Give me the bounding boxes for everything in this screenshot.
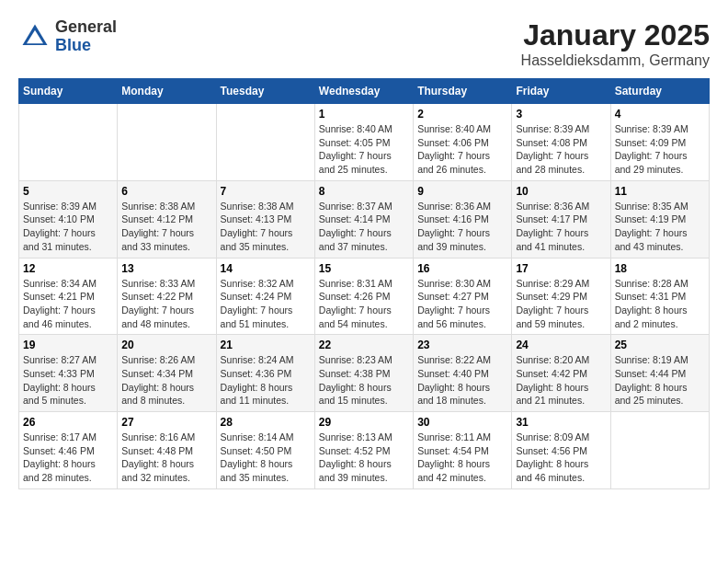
cell-content: Sunrise: 8:32 AMSunset: 4:24 PMDaylight:…	[221, 277, 311, 331]
cell-content: Sunrise: 8:20 AMSunset: 4:42 PMDaylight:…	[516, 353, 606, 408]
day-number: 27	[121, 416, 211, 429]
cell-content: Sunrise: 8:13 AMSunset: 4:52 PMDaylight:…	[319, 431, 409, 485]
table-cell: 15Sunrise: 8:31 AMSunset: 4:26 PMDayligh…	[314, 258, 413, 335]
cell-content: Sunrise: 8:14 AMSunset: 4:50 PMDaylight:…	[221, 431, 311, 485]
cell-content: Sunrise: 8:29 AMSunset: 4:29 PMDaylight:…	[516, 277, 606, 331]
cell-content: Sunrise: 8:17 AMSunset: 4:46 PMDaylight:…	[23, 431, 113, 485]
weekday-header-monday: Monday	[118, 79, 216, 104]
cell-content: Sunrise: 8:23 AMSunset: 4:38 PMDaylight:…	[319, 353, 409, 408]
weekday-header-tuesday: Tuesday	[216, 79, 314, 104]
cell-content: Sunrise: 8:16 AMSunset: 4:48 PMDaylight:…	[121, 431, 211, 485]
table-cell: 17Sunrise: 8:29 AMSunset: 4:29 PMDayligh…	[512, 258, 610, 335]
weekday-header-friday: Friday	[512, 79, 610, 104]
table-cell: 10Sunrise: 8:36 AMSunset: 4:17 PMDayligh…	[512, 180, 610, 258]
table-cell: 2Sunrise: 8:40 AMSunset: 4:06 PMDaylight…	[414, 104, 512, 181]
table-cell: 22Sunrise: 8:23 AMSunset: 4:38 PMDayligh…	[314, 335, 413, 412]
table-cell: 3Sunrise: 8:39 AMSunset: 4:08 PMDaylight…	[512, 104, 610, 181]
table-cell: 4Sunrise: 8:39 AMSunset: 4:09 PMDaylight…	[610, 104, 709, 181]
day-number: 2	[417, 108, 507, 121]
day-number: 24	[516, 339, 606, 351]
week-row-1: 1Sunrise: 8:40 AMSunset: 4:05 PMDaylight…	[19, 104, 710, 181]
weekday-header-row: SundayMondayTuesdayWednesdayThursdayFrid…	[19, 79, 710, 104]
table-cell: 21Sunrise: 8:24 AMSunset: 4:36 PMDayligh…	[216, 335, 314, 412]
cell-content: Sunrise: 8:26 AMSunset: 4:34 PMDaylight:…	[121, 353, 211, 408]
table-cell: 7Sunrise: 8:38 AMSunset: 4:13 PMDaylight…	[216, 180, 314, 258]
month-title: January 2025	[521, 18, 710, 52]
day-number: 21	[221, 339, 311, 351]
day-number: 13	[121, 262, 211, 275]
table-cell: 28Sunrise: 8:14 AMSunset: 4:50 PMDayligh…	[216, 412, 314, 489]
day-number: 11	[615, 185, 705, 198]
table-cell: 27Sunrise: 8:16 AMSunset: 4:48 PMDayligh…	[118, 412, 216, 489]
day-number: 14	[221, 262, 311, 275]
cell-content: Sunrise: 8:37 AMSunset: 4:14 PMDaylight:…	[319, 200, 409, 254]
table-cell	[118, 104, 216, 181]
week-row-4: 19Sunrise: 8:27 AMSunset: 4:33 PMDayligh…	[19, 335, 710, 412]
cell-content: Sunrise: 8:38 AMSunset: 4:13 PMDaylight:…	[221, 200, 311, 254]
table-cell: 23Sunrise: 8:22 AMSunset: 4:40 PMDayligh…	[414, 335, 512, 412]
week-row-3: 12Sunrise: 8:34 AMSunset: 4:21 PMDayligh…	[19, 258, 710, 335]
logo-blue: Blue	[55, 37, 117, 55]
day-number: 22	[319, 339, 409, 351]
day-number: 16	[417, 262, 507, 275]
cell-content: Sunrise: 8:11 AMSunset: 4:54 PMDaylight:…	[417, 431, 507, 485]
table-cell: 16Sunrise: 8:30 AMSunset: 4:27 PMDayligh…	[414, 258, 512, 335]
day-number: 30	[417, 416, 507, 429]
cell-content: Sunrise: 8:38 AMSunset: 4:12 PMDaylight:…	[121, 200, 211, 254]
day-number: 19	[23, 339, 113, 351]
day-number: 9	[417, 185, 507, 198]
table-cell	[19, 104, 118, 181]
weekday-header-saturday: Saturday	[610, 79, 709, 104]
table-cell: 8Sunrise: 8:37 AMSunset: 4:14 PMDaylight…	[314, 180, 413, 258]
day-number: 31	[516, 416, 606, 429]
table-cell: 20Sunrise: 8:26 AMSunset: 4:34 PMDayligh…	[118, 335, 216, 412]
table-cell: 25Sunrise: 8:19 AMSunset: 4:44 PMDayligh…	[610, 335, 709, 412]
day-number: 10	[516, 185, 606, 198]
cell-content: Sunrise: 8:33 AMSunset: 4:22 PMDaylight:…	[121, 277, 211, 331]
table-cell: 13Sunrise: 8:33 AMSunset: 4:22 PMDayligh…	[118, 258, 216, 335]
day-number: 1	[319, 108, 409, 121]
calendar: SundayMondayTuesdayWednesdayThursdayFrid…	[18, 78, 710, 489]
cell-content: Sunrise: 8:39 AMSunset: 4:08 PMDaylight:…	[516, 122, 606, 177]
cell-content: Sunrise: 8:35 AMSunset: 4:19 PMDaylight:…	[615, 200, 705, 254]
logo: General Blue	[18, 18, 117, 55]
table-cell: 26Sunrise: 8:17 AMSunset: 4:46 PMDayligh…	[19, 412, 118, 489]
day-number: 6	[121, 185, 211, 198]
week-row-5: 26Sunrise: 8:17 AMSunset: 4:46 PMDayligh…	[19, 412, 710, 489]
day-number: 29	[319, 416, 409, 429]
table-cell	[216, 104, 314, 181]
weekday-header-thursday: Thursday	[414, 79, 512, 104]
day-number: 8	[319, 185, 409, 198]
day-number: 23	[417, 339, 507, 351]
table-cell: 14Sunrise: 8:32 AMSunset: 4:24 PMDayligh…	[216, 258, 314, 335]
day-number: 15	[319, 262, 409, 275]
cell-content: Sunrise: 8:09 AMSunset: 4:56 PMDaylight:…	[516, 431, 606, 485]
table-cell	[610, 412, 709, 489]
table-cell: 19Sunrise: 8:27 AMSunset: 4:33 PMDayligh…	[19, 335, 118, 412]
day-number: 28	[221, 416, 311, 429]
table-cell: 29Sunrise: 8:13 AMSunset: 4:52 PMDayligh…	[314, 412, 413, 489]
weekday-header-sunday: Sunday	[19, 79, 118, 104]
cell-content: Sunrise: 8:28 AMSunset: 4:31 PMDaylight:…	[615, 277, 705, 331]
cell-content: Sunrise: 8:36 AMSunset: 4:17 PMDaylight:…	[516, 200, 606, 254]
cell-content: Sunrise: 8:30 AMSunset: 4:27 PMDaylight:…	[417, 277, 507, 331]
cell-content: Sunrise: 8:27 AMSunset: 4:33 PMDaylight:…	[23, 353, 113, 408]
page-header: General Blue January 2025 Hasseldieksdam…	[18, 18, 710, 69]
table-cell: 1Sunrise: 8:40 AMSunset: 4:05 PMDaylight…	[314, 104, 413, 181]
table-cell: 6Sunrise: 8:38 AMSunset: 4:12 PMDaylight…	[118, 180, 216, 258]
cell-content: Sunrise: 8:39 AMSunset: 4:09 PMDaylight:…	[615, 122, 705, 177]
cell-content: Sunrise: 8:40 AMSunset: 4:06 PMDaylight:…	[417, 122, 507, 177]
title-block: January 2025 Hasseldieksdamm, Germany	[521, 18, 710, 69]
day-number: 7	[221, 185, 311, 198]
table-cell: 30Sunrise: 8:11 AMSunset: 4:54 PMDayligh…	[414, 412, 512, 489]
location: Hasseldieksdamm, Germany	[521, 52, 710, 69]
cell-content: Sunrise: 8:34 AMSunset: 4:21 PMDaylight:…	[23, 277, 113, 331]
day-number: 3	[516, 108, 606, 121]
week-row-2: 5Sunrise: 8:39 AMSunset: 4:10 PMDaylight…	[19, 180, 710, 258]
cell-content: Sunrise: 8:31 AMSunset: 4:26 PMDaylight:…	[319, 277, 409, 331]
cell-content: Sunrise: 8:36 AMSunset: 4:16 PMDaylight:…	[417, 200, 507, 254]
day-number: 4	[615, 108, 705, 121]
day-number: 25	[615, 339, 705, 351]
table-cell: 31Sunrise: 8:09 AMSunset: 4:56 PMDayligh…	[512, 412, 610, 489]
day-number: 17	[516, 262, 606, 275]
